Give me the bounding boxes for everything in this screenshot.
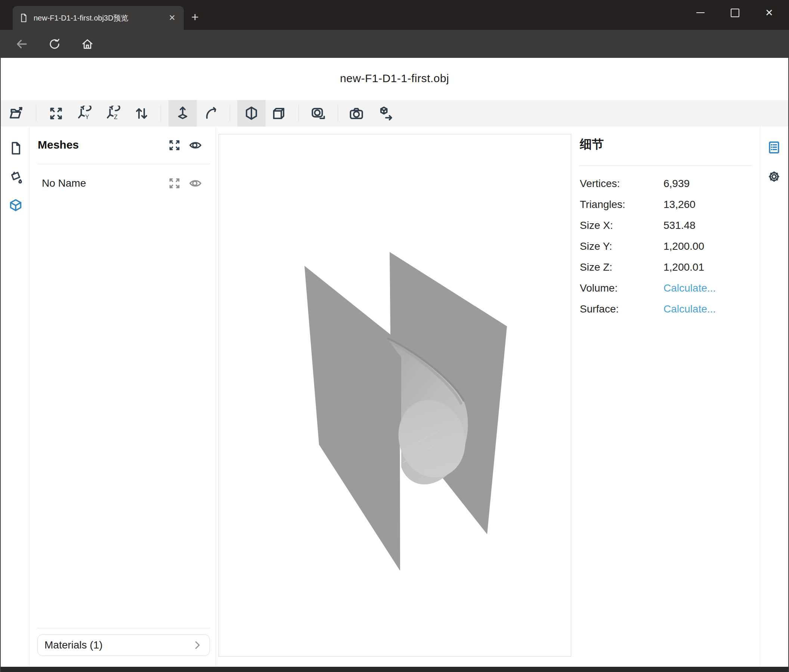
rotate-y-icon: Y — [77, 106, 93, 121]
detail-row: Volume: Calculate... — [579, 278, 752, 299]
shaded-view-icon — [244, 106, 259, 121]
details-list-icon[interactable] — [767, 140, 781, 154]
details-rows: Vertices: 6,939 Triangles: 13,260 Size X… — [579, 173, 752, 320]
toolbar-separator — [338, 105, 338, 122]
expand-mesh-icon[interactable] — [168, 177, 181, 190]
visibility-mesh-eye-icon[interactable] — [188, 177, 202, 190]
home-icon[interactable] — [81, 37, 94, 51]
page-title: new-F1-D1-1-first.obj — [0, 72, 789, 85]
detail-label: Surface: — [580, 303, 619, 315]
tab-strip: new-F1-D1-1-first.obj3D预览 ✕ + ✕ — [0, 0, 789, 30]
window-minimize-button[interactable] — [688, 4, 713, 22]
detail-value: 6,939 — [663, 178, 690, 189]
new-tab-button[interactable]: + — [191, 10, 199, 24]
cube-icon[interactable] — [9, 199, 23, 213]
tab-title: new-F1-D1-1-first.obj3D预览 — [34, 13, 161, 23]
toolbar-separator — [161, 105, 161, 122]
move-axis-icon — [175, 106, 190, 121]
move-axis-button[interactable] — [168, 100, 197, 127]
detail-value[interactable]: Calculate... — [663, 282, 716, 294]
fit-view-button[interactable] — [42, 100, 70, 127]
details-panel: 细节 Vertices: 6,939 Triangles: 13,260 Siz… — [579, 127, 752, 667]
details-header: 细节 — [580, 136, 604, 153]
flip-vertical-icon — [134, 106, 149, 121]
browser-window: new-F1-D1-1-first.obj3D预览 ✕ + ✕ https://… — [0, 0, 789, 672]
model-viewport[interactable] — [219, 134, 571, 657]
window-edge-left — [0, 58, 1, 672]
panel-divider — [579, 166, 752, 166]
export-model-button[interactable] — [371, 100, 400, 127]
material-paint-icon[interactable] — [9, 170, 23, 184]
detail-label: Vertices: — [580, 178, 620, 189]
rotate-y-button[interactable]: Y — [70, 100, 99, 127]
export-model-icon — [378, 106, 393, 121]
flip-vertical-button[interactable] — [128, 100, 156, 127]
wireframe-view-icon — [271, 106, 286, 121]
minimize-icon — [696, 12, 704, 13]
detail-value: 531.48 — [663, 220, 696, 231]
detail-label: Size Z: — [580, 261, 612, 273]
panel-divider — [37, 628, 210, 628]
browser-tab[interactable]: new-F1-D1-1-first.obj3D预览 ✕ — [13, 6, 184, 30]
left-rail — [1, 127, 30, 667]
rotate-z-button[interactable]: Z — [99, 100, 128, 127]
detail-row: Size Z: 1,200.01 — [579, 257, 752, 278]
refresh-icon[interactable] — [48, 37, 61, 51]
panel-divider — [37, 164, 210, 164]
maximize-icon — [731, 9, 739, 17]
open-file-button[interactable] — [2, 100, 30, 127]
detail-row: Triangles: 13,260 — [579, 194, 752, 215]
detail-value[interactable]: Calculate... — [663, 303, 716, 315]
tab-close-icon[interactable]: ✕ — [167, 13, 178, 23]
detail-row: Size Y: 1,200.00 — [579, 236, 752, 257]
screenshot-button[interactable] — [342, 100, 371, 127]
document-icon — [19, 13, 29, 23]
detail-row: Surface: Calculate... — [579, 299, 752, 320]
viewer-toolbar: Y Z — [1, 100, 788, 127]
detail-value: 13,260 — [663, 199, 696, 210]
model-left-plane — [305, 266, 400, 571]
fit-view-icon — [48, 106, 64, 121]
detail-value: 1,200.01 — [663, 261, 704, 273]
open-file-icon — [9, 106, 24, 121]
camera-icon — [348, 106, 364, 121]
mesh-list-item[interactable]: No Name — [30, 172, 216, 195]
free-rotate-button[interactable] — [198, 100, 226, 127]
detail-value: 1,200.00 — [663, 240, 704, 252]
meshes-header: Meshes — [38, 139, 79, 151]
meshes-panel: Meshes No Name — [30, 127, 216, 667]
mesh-name-label: No Name — [42, 177, 86, 189]
measure-button[interactable] — [304, 100, 332, 127]
window-bottom-strip — [0, 667, 789, 672]
browser-navbar: https://file.kkview.cn/onlinePreview?url… — [0, 30, 789, 58]
materials-label: Materials (1) — [45, 639, 192, 651]
settings-gear-icon[interactable] — [767, 169, 781, 184]
detail-label: Size Y: — [580, 240, 612, 252]
svg-text:Y: Y — [85, 113, 89, 120]
free-rotate-icon — [204, 106, 220, 121]
back-icon[interactable] — [15, 37, 29, 51]
shaded-view-button[interactable] — [237, 100, 266, 127]
wireframe-view-button[interactable] — [265, 100, 293, 127]
expand-all-icon[interactable] — [168, 139, 181, 152]
chevron-right-icon — [192, 640, 203, 651]
svg-text:Z: Z — [114, 113, 118, 120]
detail-label: Volume: — [580, 282, 618, 294]
preview-page: new-F1-D1-1-first.obj — [0, 58, 789, 667]
window-close-button[interactable]: ✕ — [757, 4, 781, 22]
detail-row: Size X: 531.48 — [579, 215, 752, 236]
visibility-all-eye-icon[interactable] — [188, 139, 202, 152]
toolbar-separator — [230, 105, 230, 122]
close-icon: ✕ — [765, 7, 773, 19]
detail-row: Vertices: 6,939 — [579, 173, 752, 194]
detail-label: Size X: — [580, 220, 613, 231]
rotate-z-icon: Z — [106, 106, 121, 121]
measure-tape-icon — [310, 106, 326, 121]
file-icon[interactable] — [9, 141, 23, 155]
materials-button[interactable]: Materials (1) — [37, 634, 210, 656]
right-rail — [760, 127, 788, 667]
window-maximize-button[interactable] — [722, 4, 747, 22]
detail-label: Triangles: — [580, 199, 625, 210]
content-area: Meshes No Name — [0, 127, 789, 667]
toolbar-separator — [299, 105, 299, 122]
